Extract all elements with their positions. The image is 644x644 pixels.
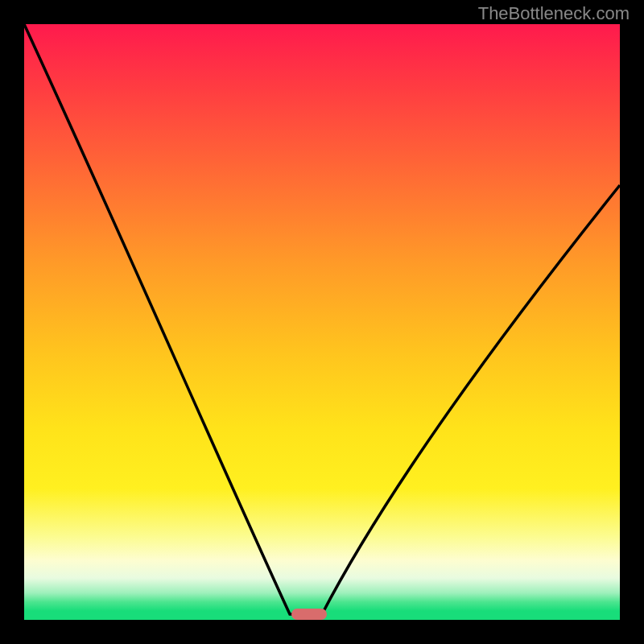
optimal-marker — [291, 609, 327, 620]
watermark-text: TheBottleneck.com — [478, 3, 630, 24]
curve-layer — [24, 24, 620, 620]
bottleneck-curve-path — [24, 24, 620, 614]
plot-area — [24, 24, 620, 620]
